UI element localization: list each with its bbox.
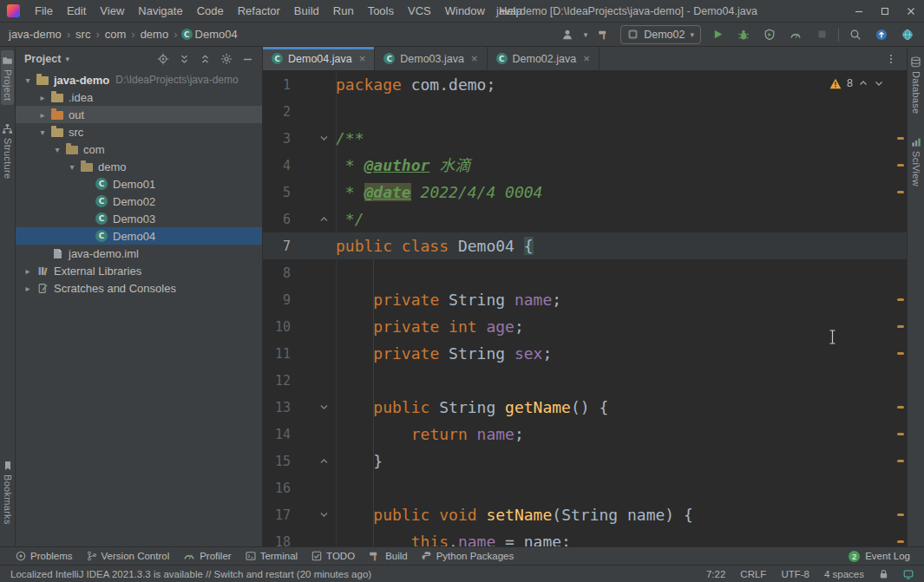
menu-refactor[interactable]: Refactor <box>231 0 287 23</box>
fold-marker[interactable] <box>298 214 336 224</box>
fold-marker[interactable] <box>298 456 336 466</box>
code-line-11[interactable]: 11 private String sex; <box>263 340 907 367</box>
line-number[interactable]: 8 <box>263 265 298 281</box>
breadcrumb-demo04[interactable]: Demo04 <box>193 28 239 41</box>
code-line-10[interactable]: 10 private int age; <box>263 313 907 340</box>
fold-marker[interactable] <box>298 134 336 143</box>
tree-chevron-icon[interactable]: ▾ <box>36 128 49 137</box>
line-number[interactable]: 16 <box>263 481 298 496</box>
hide-button[interactable] <box>242 54 253 65</box>
menu-tools[interactable]: Tools <box>361 0 401 23</box>
code-line-13[interactable]: 13 public String getName() { <box>263 394 907 421</box>
tree-item-scratches-and-consoles[interactable]: ▸Scratches and Consoles <box>16 279 262 297</box>
code-line-8[interactable]: 8 <box>263 259 907 286</box>
menu-code[interactable]: Code <box>190 0 231 23</box>
tree-chevron-icon[interactable]: ▾ <box>21 75 35 85</box>
write-access-lock-icon[interactable] <box>879 569 888 579</box>
project-panel-title[interactable]: Project <box>24 53 61 65</box>
tree-item-external-libraries[interactable]: ▸External Libraries <box>16 262 262 279</box>
tree-item-java-demo-iml[interactable]: java-demo.iml <box>16 245 262 262</box>
run-button[interactable] <box>708 25 727 44</box>
toolwindow-python-packages[interactable]: Python Packages <box>415 547 521 565</box>
breadcrumb-com[interactable]: com <box>103 28 128 41</box>
line-number[interactable]: 4 <box>263 158 298 173</box>
line-number[interactable]: 1 <box>263 77 298 93</box>
code-line-7[interactable]: 7public class Demo04 { <box>263 232 907 259</box>
tree-item-demo02[interactable]: CDemo02 <box>16 193 262 210</box>
line-number[interactable]: 17 <box>263 507 298 523</box>
menu-navigate[interactable]: Navigate <box>131 0 189 23</box>
tree-item-demo[interactable]: ▾demo <box>16 158 262 175</box>
code-line-6[interactable]: 6 */ <box>263 206 907 232</box>
breadcrumb-src[interactable]: src <box>74 28 92 41</box>
update-available-icon[interactable] <box>872 25 891 44</box>
tool-strip-sciview[interactable]: SciView <box>910 133 922 191</box>
tab-options-icon[interactable] <box>875 47 907 70</box>
code-line-4[interactable]: 4 * @author 水滴 <box>263 152 907 179</box>
file-encoding[interactable]: UTF-8 <box>781 569 809 579</box>
user-icon[interactable] <box>558 25 577 44</box>
search-everywhere-icon[interactable] <box>846 25 865 44</box>
toolwindow-todo[interactable]: TODO <box>305 547 362 565</box>
menu-window[interactable]: Window <box>438 0 492 23</box>
maximize-button[interactable] <box>872 0 898 22</box>
toolwindow-problems[interactable]: Problems <box>9 547 80 565</box>
status-message[interactable]: Localized IntelliJ IDEA 2021.3.3 is avai… <box>10 569 371 579</box>
fold-marker[interactable] <box>298 510 336 520</box>
menu-edit[interactable]: Edit <box>60 0 93 23</box>
caret-position[interactable]: 7:22 <box>706 569 725 579</box>
code-line-17[interactable]: 17 public void setName(String name) { <box>263 501 907 528</box>
menu-vcs[interactable]: VCS <box>401 0 438 23</box>
tree-item-out[interactable]: ▸out <box>16 106 262 123</box>
toolwindow-terminal[interactable]: Terminal <box>239 547 305 565</box>
line-number[interactable]: 6 <box>263 212 298 227</box>
notifications-icon[interactable] <box>903 569 914 579</box>
collapse-all-button[interactable] <box>200 54 211 65</box>
build-hammer-icon[interactable] <box>594 25 613 44</box>
line-separator[interactable]: CRLF <box>740 569 766 579</box>
line-number[interactable]: 13 <box>263 400 298 415</box>
tree-chevron-icon[interactable]: ▸ <box>21 284 35 293</box>
line-number[interactable]: 11 <box>263 346 298 362</box>
next-issue-icon[interactable] <box>874 78 884 88</box>
editor-tab-demo03-java[interactable]: CDemo03.java× <box>375 47 487 70</box>
tab-close-icon[interactable]: × <box>583 52 590 65</box>
editor-tab-demo02-java[interactable]: CDemo02.java× <box>488 47 600 70</box>
tree-item-java-demo[interactable]: ▾java-demoD:\IdeaProjects\java-demo <box>16 71 262 88</box>
tree-item-idea[interactable]: ▸.idea <box>16 88 262 106</box>
tree-chevron-icon[interactable]: ▸ <box>21 266 35 276</box>
toolwindow-profiler[interactable]: Profiler <box>176 547 238 565</box>
project-panel-dropdown-icon[interactable]: ▾ <box>65 55 69 63</box>
settings-button[interactable] <box>220 53 233 65</box>
line-number[interactable]: 2 <box>263 104 298 120</box>
tree-chevron-icon[interactable]: ▸ <box>36 110 49 120</box>
tool-strip-project[interactable]: Project <box>1 50 14 105</box>
code-line-18[interactable]: 18 this.name = name; <box>263 528 907 546</box>
fold-marker[interactable] <box>298 402 336 412</box>
code-line-15[interactable]: 15 } <box>263 448 907 474</box>
tree-item-demo01[interactable]: CDemo01 <box>16 175 262 193</box>
tab-close-icon[interactable]: × <box>471 52 478 65</box>
menu-view[interactable]: View <box>93 0 131 23</box>
event-log-button[interactable]: 2 Event Log <box>843 551 915 562</box>
code-line-3[interactable]: 3/** <box>263 125 907 152</box>
run-config-select[interactable]: Demo02▾ <box>620 25 701 44</box>
tree-item-src[interactable]: ▾src <box>16 123 262 141</box>
profiler-button[interactable] <box>786 25 805 44</box>
code-line-1[interactable]: 1package com.demo; <box>263 71 907 98</box>
tree-chevron-icon[interactable]: ▾ <box>65 162 79 172</box>
tree-chevron-icon[interactable]: ▾ <box>50 145 64 154</box>
minimize-button[interactable] <box>846 0 872 22</box>
breadcrumb-java-demo[interactable]: java-demo <box>7 28 63 41</box>
line-number[interactable]: 9 <box>263 292 298 308</box>
tool-strip-structure[interactable]: Structure <box>1 119 14 183</box>
code-line-16[interactable]: 16 <box>263 474 907 501</box>
code-line-14[interactable]: 14 return name; <box>263 421 907 448</box>
editor-tab-demo04-java[interactable]: CDemo04.java× <box>263 47 375 70</box>
code-line-5[interactable]: 5 * @date 2022/4/4 0004 <box>263 179 907 206</box>
code-with-me-icon[interactable] <box>898 25 917 44</box>
code-line-9[interactable]: 9 private String name; <box>263 286 907 313</box>
toolwindow-version-control[interactable]: Version Control <box>80 547 177 565</box>
tree-chevron-icon[interactable]: ▸ <box>36 93 49 102</box>
debug-button[interactable] <box>734 25 753 44</box>
